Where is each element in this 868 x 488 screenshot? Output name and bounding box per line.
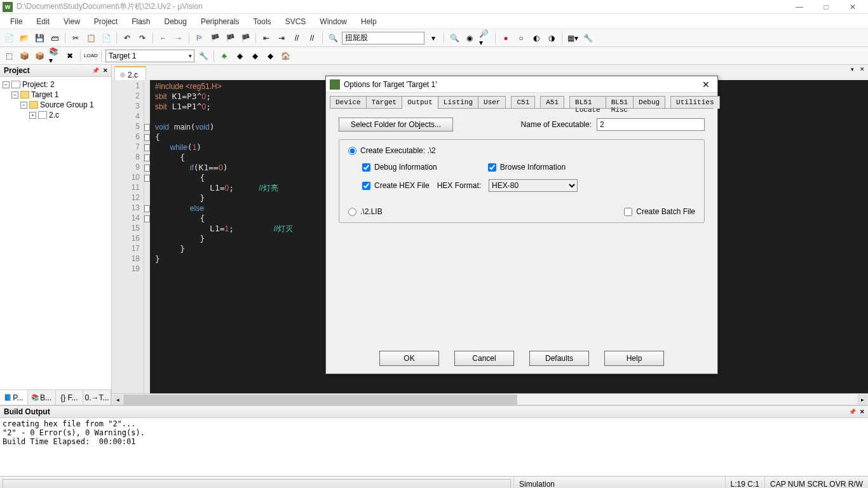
search-dropdown-icon[interactable]: ▾ [427,32,440,44]
menu-tools[interactable]: Tools [247,15,278,28]
hex-format-select[interactable]: HEX-80 [489,179,578,192]
breakpoint-toggle-icon[interactable]: ● [499,32,512,44]
tab-listing[interactable]: Listing [438,96,478,109]
build-icon[interactable]: 📦 [18,50,31,62]
create-executable-radio[interactable] [348,147,356,155]
breakpoint-disable-icon[interactable]: ◐ [530,32,543,44]
tab-c51[interactable]: C51 [511,96,535,109]
tab-utilities[interactable]: Utilities [670,96,719,109]
find-in-files-icon[interactable]: 🔍 [327,32,339,44]
pin-icon[interactable]: 📌 [91,66,100,75]
tree-collapse-icon[interactable]: − [11,92,18,98]
download-icon[interactable]: LOAD [85,50,97,62]
pin-icon[interactable]: 📌 [848,407,857,416]
dialog-title-bar[interactable]: Options for Target 'Target 1' ✕ [326,76,717,93]
find-icon[interactable]: 🔎▾ [478,32,491,44]
executable-name-input[interactable] [597,118,705,131]
target-combo[interactable]: Target 1 [105,50,194,62]
cut-icon[interactable]: ✂ [69,32,82,44]
insert-breakpoint-icon[interactable]: ◉ [463,32,476,44]
scroll-right-icon[interactable]: ▸ [857,395,867,405]
sidebar-tab-functions[interactable]: {} F... [56,390,84,405]
tab-target[interactable]: Target [366,96,403,109]
books-icon[interactable]: ◆ [248,50,261,62]
menu-peripherals[interactable]: Peripherals [194,15,246,28]
close-button[interactable]: ✕ [845,1,860,13]
stop-build-icon[interactable]: ✖ [64,50,76,62]
tree-file[interactable]: 2.c [49,111,59,119]
help-button[interactable]: Help [604,351,664,366]
sidebar-tab-project[interactable]: 📘P... [0,390,28,405]
dialog-close-button[interactable]: ✕ [698,79,714,90]
create-library-radio[interactable] [348,208,356,216]
breakpoint-kill-icon[interactable]: ◑ [545,32,558,44]
bookmark-next-icon[interactable]: 🏴 [208,32,221,44]
paste-icon[interactable]: 📄 [100,32,112,44]
tab-device[interactable]: Device [330,96,367,109]
redo-icon[interactable]: ↷ [136,32,149,44]
nav-back-icon[interactable]: ← [157,32,170,44]
panel-close-icon[interactable]: ✕ [101,66,110,75]
debug-info-checkbox[interactable] [362,163,370,172]
tab-output[interactable]: Output [402,96,438,109]
status-scroll[interactable] [3,479,511,489]
select-folder-button[interactable]: Select Folder for Objects... [339,118,453,132]
tab-debug[interactable]: Debug [633,96,665,109]
sidebar-tab-templates[interactable]: 0.→T... [83,390,111,405]
menu-view[interactable]: View [57,15,86,28]
tree-expand-icon[interactable]: + [29,112,36,119]
debug-start-icon[interactable]: 🔍 [448,32,461,44]
save-icon[interactable]: 💾 [33,32,46,44]
editor-h-scrollbar[interactable]: ◂ ▸ [112,393,868,405]
indent-icon[interactable]: ⇤ [260,32,273,44]
breakpoint-enable-icon[interactable]: ○ [515,32,527,44]
file-ext-icon[interactable]: ◆ [233,50,246,62]
scroll-thumb[interactable] [123,395,517,405]
manage-rte-icon[interactable]: ◆ [264,50,276,62]
nav-fwd-icon[interactable]: → [172,32,185,44]
tab-bl51-misc[interactable]: BL51 Misc [606,96,634,109]
menu-debug[interactable]: Debug [158,15,193,28]
comment-icon[interactable]: // [290,32,303,44]
new-file-icon[interactable]: 📄 [3,32,15,44]
menu-flash[interactable]: Flash [125,15,156,28]
save-all-icon[interactable]: 🗃 [48,32,61,44]
create-hex-checkbox[interactable] [362,182,370,190]
batch-build-icon[interactable]: 📚▾ [48,50,61,62]
tree-collapse-icon[interactable]: − [20,102,27,109]
menu-file[interactable]: File [4,15,29,28]
copy-icon[interactable]: 📋 [85,32,97,44]
tree-group[interactable]: Source Group 1 [40,100,94,109]
bookmark-icon[interactable]: 🏳 [193,32,206,44]
maximize-button[interactable]: □ [818,1,834,13]
editor-tab[interactable]: 2.c [114,66,146,80]
defaults-button[interactable]: Defaults [529,351,589,366]
create-batch-checkbox[interactable] [624,208,632,216]
scroll-left-icon[interactable]: ◂ [112,395,123,405]
search-input[interactable] [342,32,424,44]
rebuild-icon[interactable]: 📦 [33,50,46,62]
pack-installer-icon[interactable]: 🏠 [279,50,292,62]
menu-help[interactable]: Help [355,15,383,28]
panel-close-icon[interactable]: ✕ [858,407,867,416]
tree-target[interactable]: Target 1 [31,90,58,99]
project-tree[interactable]: −Project: 2 −Target 1 −Source Group 1 +2… [0,77,111,390]
menu-window[interactable]: Window [313,15,353,28]
cancel-button[interactable]: Cancel [454,351,514,366]
configure-icon[interactable]: 🔧 [581,32,594,44]
build-output-text[interactable]: creating hex file from "2"... "2" - 0 Er… [0,418,868,476]
sidebar-tab-books[interactable]: 📚B... [28,390,56,405]
undo-icon[interactable]: ↶ [121,32,133,44]
browse-info-checkbox[interactable] [488,163,496,172]
window-layout-icon[interactable]: ▦▾ [566,32,579,44]
tab-bl51-locate[interactable]: BL51 Locate [569,96,606,109]
bookmark-prev-icon[interactable]: 🏴 [224,32,236,44]
tree-collapse-icon[interactable]: − [3,81,10,88]
open-file-icon[interactable]: 📂 [18,32,31,44]
bookmark-clear-icon[interactable]: 🏴 [239,32,252,44]
translate-icon[interactable]: ⬚ [3,50,15,62]
tab-user[interactable]: User [478,96,506,109]
menu-svcs[interactable]: SVCS [279,15,313,28]
outdent-icon[interactable]: ⇥ [275,32,288,44]
tab-a51[interactable]: A51 [540,96,564,109]
